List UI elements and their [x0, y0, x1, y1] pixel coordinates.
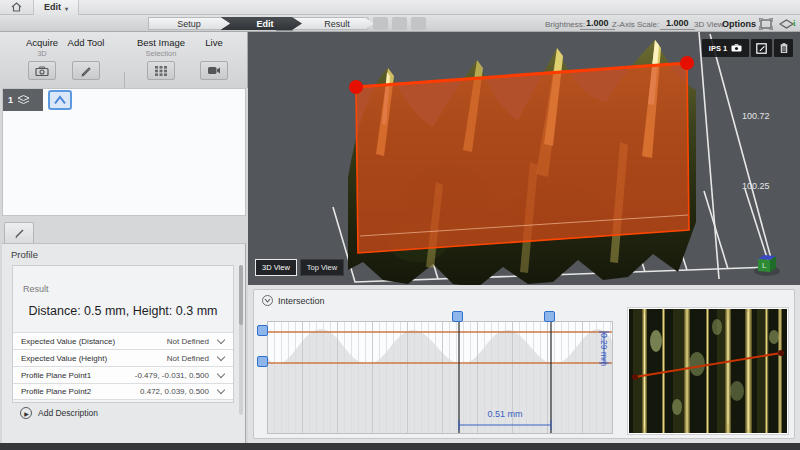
favorite-slot [392, 17, 407, 30]
live-subtitle [192, 49, 236, 58]
edit-profile-tab[interactable] [4, 222, 34, 243]
distance-handle-right[interactable] [544, 311, 555, 322]
intersection-title: Intersection [278, 296, 325, 306]
distance-handle-left[interactable] [452, 311, 463, 322]
live-title: Live [192, 37, 236, 48]
home-button[interactable] [0, 0, 34, 15]
application-window: Edit ▾ Setup Edit Result Tools: Favorite… [0, 0, 800, 450]
view-mode-switch: 3D View Top View [255, 259, 344, 276]
view-mode-top-label: Top View [307, 263, 337, 272]
fit-view-icon [759, 18, 773, 30]
profile-tool-selected-button[interactable] [48, 90, 72, 110]
add-tool-action: Add Tool [62, 37, 110, 80]
scrollbar-thumb[interactable] [239, 265, 243, 325]
profile-chart[interactable]: 0.51 mm 0.29 mm [267, 321, 613, 434]
surface-3d-render [248, 32, 800, 285]
viewport-3d[interactable]: IPS 1 100.72 [248, 32, 800, 285]
collapse-icon[interactable] [262, 295, 273, 306]
main-toolbar: Setup Edit Result Tools: Favorites: Brig… [0, 15, 800, 32]
add-tool-button[interactable] [72, 61, 100, 80]
row-value: Not Defined [167, 337, 209, 346]
height-handle-lower[interactable] [257, 356, 268, 367]
z-axis-scale-value[interactable]: 1.000 [660, 18, 695, 30]
plane-point1-row[interactable]: Profile Plane Point1 -0.479, -0.031, 0.5… [13, 366, 233, 383]
row-label: Expected Value (Distance) [13, 337, 167, 346]
tool-list: 1 [2, 88, 246, 216]
fit-view-button[interactable] [756, 16, 776, 31]
trash-icon [780, 43, 788, 53]
view3d-options-button[interactable]: Options [722, 19, 756, 29]
info-icon[interactable]: i [793, 18, 796, 28]
tab-edit[interactable]: Edit [220, 17, 302, 30]
live-button[interactable] [200, 61, 228, 80]
live-action: Live [192, 37, 236, 80]
row-value: 0.472, 0.039, 0.500 [140, 387, 209, 396]
profile-chart-plot: 0.51 mm 0.29 mm [268, 322, 612, 433]
video-camera-icon [207, 66, 221, 75]
row-label: Expected Value (Height) [13, 354, 167, 363]
add-description-button[interactable]: ▶ Add Description [20, 407, 98, 419]
edit-menu-label: Edit [44, 2, 61, 12]
view-mode-3d-button[interactable]: 3D View [255, 259, 297, 276]
snapshot-button[interactable]: IPS 1 [702, 39, 749, 57]
add-tool-title: Add Tool [62, 37, 110, 48]
brightness-value[interactable]: 1.000 [580, 18, 615, 30]
best-image-title: Best Image [132, 37, 190, 48]
row-value: -0.479, -0.031, 0.500 [135, 371, 209, 380]
chevron-down-icon[interactable] [217, 352, 225, 360]
annotate-button[interactable] [751, 39, 772, 57]
intersection-section: Intersection [248, 285, 800, 443]
profile-caret-icon [53, 95, 67, 106]
add-description-label: Add Description [38, 408, 98, 418]
height-handle-upper[interactable] [257, 325, 268, 336]
plane-point2-row[interactable]: Profile Plane Point2 0.472, 0.039, 0.500 [13, 383, 233, 400]
tab-result-label: Result [324, 19, 350, 29]
viewport-actions: IPS 1 [702, 39, 793, 57]
chevron-down-icon: ▾ [65, 5, 68, 12]
profile-scrollbar[interactable] [239, 265, 243, 415]
profile-result-box: Result Distance: 0.5 mm, Height: 0.3 mm … [12, 265, 234, 403]
tab-setup[interactable]: Setup [148, 17, 230, 30]
chevron-down-icon[interactable] [217, 369, 225, 377]
chevron-down-icon[interactable] [217, 386, 225, 394]
surface-thumbnail[interactable] [627, 307, 789, 435]
best-image-button[interactable] [147, 61, 175, 80]
add-tool-subtitle [62, 49, 110, 58]
row-label: Profile Plane Point1 [13, 371, 135, 380]
edit-note-icon [756, 43, 767, 54]
acquire-action: Acquire 3D [16, 37, 68, 80]
profile-panel-title: Profile [11, 249, 38, 260]
expected-distance-row[interactable]: Expected Value (Distance) Not Defined [13, 332, 233, 349]
tool-list-item-header[interactable]: 1 [3, 89, 43, 111]
camera-icon [731, 44, 742, 52]
favorite-slot [411, 17, 426, 30]
navigation-cube[interactable]: L [750, 251, 784, 277]
tool-item-index: 1 [8, 95, 13, 105]
tab-setup-label: Setup [177, 19, 201, 29]
view-mode-top-button[interactable]: Top View [300, 259, 344, 276]
intersection-panel: Intersection [253, 289, 795, 439]
home-icon [11, 2, 22, 12]
expected-height-row[interactable]: Expected Value (Height) Not Defined [13, 349, 233, 366]
chevron-down-icon[interactable] [217, 335, 225, 343]
z-axis-tick-upper: 100.72 [742, 111, 770, 121]
view-mode-3d-label: 3D View [262, 263, 290, 272]
best-image-action: Best Image Selection [132, 37, 190, 80]
pencil-icon [13, 227, 26, 240]
z-axis-scale-label: Z-Axis Scale: [612, 20, 659, 29]
window-bottom-edge [0, 443, 800, 450]
acquire-toolbar: Acquire 3D Add Tool Best Image Selec [0, 32, 248, 88]
delete-button[interactable] [774, 39, 793, 57]
z-axis-tick-lower: 100.25 [742, 181, 770, 191]
acquire-button[interactable] [28, 61, 56, 80]
height-dimension-label: 0.29 mm [599, 333, 609, 366]
tab-result[interactable]: Result [292, 17, 374, 30]
row-label: Profile Plane Point2 [13, 387, 140, 396]
camera-icon [35, 66, 49, 76]
edit-menu-button[interactable]: Edit ▾ [34, 0, 79, 15]
surface-top-view-image [629, 309, 787, 433]
result-label: Result [23, 284, 49, 294]
menu-bar: Edit ▾ [0, 0, 800, 15]
svg-text:L: L [762, 261, 767, 270]
snapshot-label: IPS 1 [709, 44, 727, 53]
